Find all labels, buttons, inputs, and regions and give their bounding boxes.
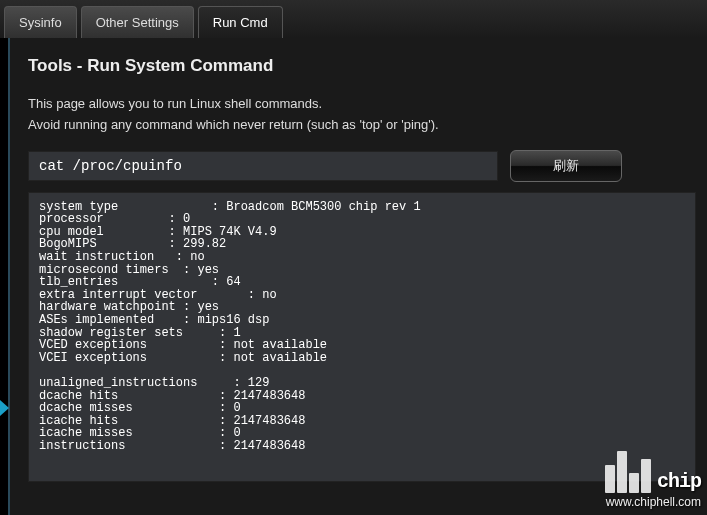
content-panel: Tools - Run System Command This page all… [8,38,707,515]
command-output: system type : Broadcom BCM5300 chip rev … [28,192,696,482]
expand-arrow-icon[interactable] [0,400,9,416]
tab-run-cmd[interactable]: Run Cmd [198,6,283,38]
command-row: 刷新 [28,150,689,182]
tab-other-settings[interactable]: Other Settings [81,6,194,38]
desc-line-1: This page allows you to run Linux shell … [28,94,689,115]
command-input[interactable] [28,151,498,181]
page-title: Tools - Run System Command [28,56,689,76]
refresh-button[interactable]: 刷新 [510,150,622,182]
desc-line-2: Avoid running any command which never re… [28,115,689,136]
page-description: This page allows you to run Linux shell … [28,94,689,136]
tab-bar: Sysinfo Other Settings Run Cmd [0,0,707,38]
tab-sysinfo[interactable]: Sysinfo [4,6,77,38]
